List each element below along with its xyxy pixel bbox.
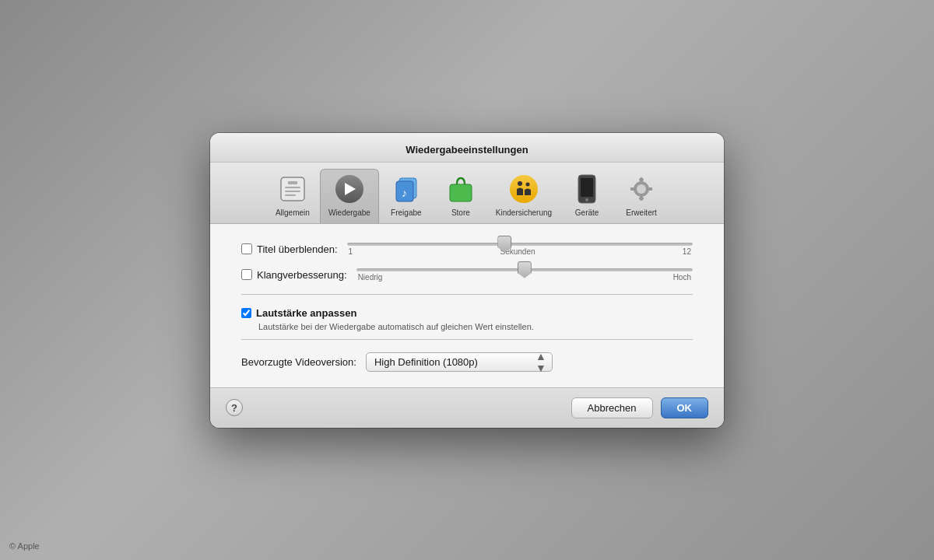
svg-point-9 bbox=[518, 181, 522, 186]
svg-text:♪: ♪ bbox=[402, 187, 407, 199]
lautstaerke-section: Lautstärke anpassen Lautstärke bei der W… bbox=[241, 307, 693, 331]
tab-geraete[interactable]: Geräte bbox=[560, 170, 614, 223]
cancel-button[interactable]: Abbrechen bbox=[571, 397, 653, 418]
video-select[interactable]: High Definition (1080p) High Definition … bbox=[366, 352, 553, 372]
tab-geraete-label: Geräte bbox=[575, 208, 599, 217]
bottom-bar: ? Abbrechen OK bbox=[210, 387, 724, 428]
lautstaerke-description: Lautstärke bei der Wiedergabe automatisc… bbox=[258, 322, 693, 331]
tab-erweitert-label: Erweitert bbox=[626, 208, 656, 217]
svg-point-10 bbox=[525, 182, 529, 186]
tab-allgemein-label: Allgemein bbox=[276, 208, 310, 217]
svg-rect-3 bbox=[285, 191, 300, 192]
tab-kindersicherung[interactable]: Kindersicherung bbox=[488, 170, 560, 223]
video-select-wrapper: High Definition (1080p) High Definition … bbox=[366, 352, 553, 372]
sekunden-slider-labels: 1 Sekunden 12 bbox=[347, 247, 693, 256]
klangverbesserung-row: Klangverbesserung: Niedrig Hoch bbox=[241, 268, 693, 282]
svg-rect-12 bbox=[581, 178, 593, 197]
dialog-title: Wiedergabeeinstellungen bbox=[210, 133, 724, 163]
svg-rect-19 bbox=[648, 187, 652, 191]
video-section: Bevorzugte Videoversion: High Definition… bbox=[241, 352, 693, 372]
kindersicherung-icon bbox=[507, 173, 540, 205]
klangverbesserung-checkbox[interactable] bbox=[241, 269, 252, 280]
klang-slider-wrapper: Niedrig Hoch bbox=[356, 268, 693, 282]
klangverbesserung-label: Klangverbesserung: bbox=[241, 269, 347, 281]
svg-rect-4 bbox=[285, 194, 296, 196]
ok-button[interactable]: OK bbox=[661, 397, 709, 418]
tab-allgemein[interactable]: Allgemein bbox=[265, 170, 320, 223]
titel-ueberblenden-row: Titel überblenden: 1 Sekunden 12 bbox=[241, 243, 693, 256]
freigabe-icon: ♪ bbox=[390, 173, 423, 205]
tab-erweitert[interactable]: Erweitert bbox=[614, 170, 669, 223]
toolbar: Allgemein Wiedergabe ♪ bbox=[210, 163, 724, 224]
allgemein-icon bbox=[276, 173, 309, 205]
svg-rect-18 bbox=[630, 187, 635, 191]
titel-ueberblenden-checkbox[interactable] bbox=[241, 243, 252, 254]
wiedergabe-icon bbox=[333, 173, 366, 205]
svg-rect-1 bbox=[288, 181, 297, 184]
tab-wiedergabe-label: Wiedergabe bbox=[328, 208, 370, 217]
divider-1 bbox=[241, 294, 693, 295]
video-label: Bevorzugte Videoversion: bbox=[241, 356, 356, 368]
sekunden-slider-wrapper: 1 Sekunden 12 bbox=[347, 243, 693, 256]
geraete-icon bbox=[571, 173, 603, 205]
tab-store-label: Store bbox=[451, 208, 470, 217]
divider-2 bbox=[241, 339, 693, 340]
svg-rect-2 bbox=[285, 187, 300, 188]
tab-freigabe-label: Freigabe bbox=[391, 208, 421, 217]
titel-ueberblenden-label: Titel überblenden: bbox=[241, 243, 338, 255]
preferences-dialog: Wiedergabeeinstellungen Allgemein bbox=[210, 133, 724, 428]
svg-rect-0 bbox=[281, 177, 304, 201]
tab-kindersicherung-label: Kindersicherung bbox=[496, 208, 552, 217]
tab-wiedergabe[interactable]: Wiedergabe bbox=[320, 169, 379, 223]
svg-point-13 bbox=[585, 198, 588, 201]
klang-slider[interactable] bbox=[356, 268, 693, 271]
help-button[interactable]: ? bbox=[226, 399, 243, 416]
store-icon bbox=[444, 173, 477, 205]
content-area: Titel überblenden: 1 Sekunden 12 Klangve… bbox=[210, 224, 724, 387]
lautstaerke-main: Lautstärke anpassen bbox=[241, 307, 693, 319]
svg-rect-8 bbox=[450, 184, 472, 201]
copyright: © Apple bbox=[9, 541, 40, 551]
svg-point-15 bbox=[637, 184, 646, 194]
tab-store[interactable]: Store bbox=[434, 170, 488, 223]
sekunden-slider[interactable] bbox=[347, 243, 693, 246]
erweitert-icon bbox=[625, 173, 658, 205]
action-buttons: Abbrechen OK bbox=[571, 397, 708, 418]
lautstaerke-checkbox[interactable] bbox=[241, 308, 251, 318]
tab-freigabe[interactable]: ♪ Freigabe bbox=[379, 170, 434, 223]
